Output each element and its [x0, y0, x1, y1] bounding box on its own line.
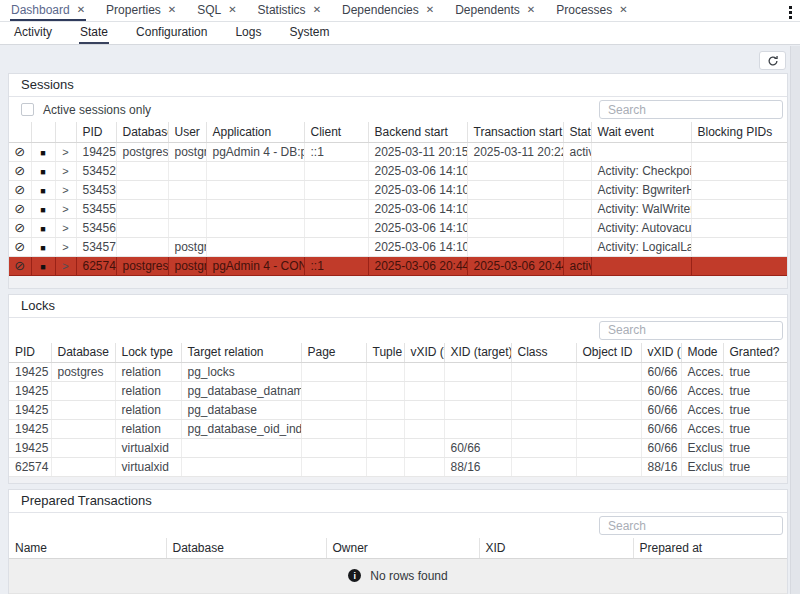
column-header[interactable]: Tuple: [366, 343, 404, 363]
refresh-button[interactable]: [759, 51, 786, 70]
column-header[interactable]: Backend start: [368, 122, 467, 142]
column-header[interactable]: Target relation: [181, 343, 301, 363]
expand-row-icon-cell[interactable]: >: [55, 180, 76, 199]
column-header[interactable]: Name: [9, 538, 166, 558]
table-row[interactable]: ⊘■>19425postgrespostgr...pgAdmin 4 - DB:…: [9, 142, 787, 161]
table-row[interactable]: 19425postgresrelationpg_locks60/66Acces.…: [9, 363, 787, 382]
sessions-search-input[interactable]: [599, 100, 783, 119]
checkbox-box[interactable]: [21, 103, 34, 116]
column-header[interactable]: Client: [304, 122, 368, 142]
column-header[interactable]: Prepared at: [633, 538, 787, 558]
table-row[interactable]: 19425relationpg_database_datname_ind...6…: [9, 382, 787, 401]
table-row[interactable]: ⊘■>534532025-03-06 14:10:11 ...Activity:…: [9, 180, 787, 199]
terminate-session-icon[interactable]: ⊘: [14, 201, 25, 216]
expand-row-icon[interactable]: >: [62, 203, 68, 215]
subtab-logs[interactable]: Logs: [234, 22, 262, 44]
column-header[interactable]: Transaction start: [467, 122, 563, 142]
expand-row-icon[interactable]: >: [62, 222, 68, 234]
close-icon[interactable]: ✕: [168, 5, 176, 15]
expand-row-icon[interactable]: >: [62, 184, 68, 196]
close-icon[interactable]: ✕: [426, 5, 434, 15]
table-row[interactable]: ⊘■>62574postgrespostgr...pgAdmin 4 - CON…: [9, 256, 787, 275]
locks-search-input[interactable]: [599, 321, 783, 340]
subtab-configuration[interactable]: Configuration: [135, 22, 208, 44]
cancel-query-icon[interactable]: ■: [40, 262, 45, 272]
close-icon[interactable]: ✕: [228, 5, 236, 15]
active-sessions-only-checkbox[interactable]: Active sessions only: [21, 103, 151, 117]
table-row[interactable]: 19425relationpg_database_oid_index60/66A…: [9, 420, 787, 439]
expand-row-icon[interactable]: >: [62, 260, 68, 272]
terminate-session-icon-cell[interactable]: ⊘: [9, 237, 31, 256]
column-header[interactable]: Class: [511, 343, 576, 363]
column-header[interactable]: PID: [76, 122, 116, 142]
close-icon[interactable]: ✕: [619, 5, 627, 15]
expand-row-icon[interactable]: >: [62, 146, 68, 158]
cancel-query-icon-cell[interactable]: ■: [31, 142, 55, 161]
terminate-session-icon-cell[interactable]: ⊘: [9, 161, 31, 180]
tab-dependencies[interactable]: Dependencies✕: [341, 0, 435, 21]
terminate-session-icon[interactable]: ⊘: [14, 258, 25, 273]
cancel-query-icon[interactable]: ■: [40, 186, 45, 196]
column-header[interactable]: vXID (t...: [404, 343, 444, 363]
expand-row-icon-cell[interactable]: >: [55, 256, 76, 275]
column-header[interactable]: Object ID: [576, 343, 641, 363]
terminate-session-icon-cell[interactable]: ⊘: [9, 256, 31, 275]
close-icon[interactable]: ✕: [527, 5, 535, 15]
tab-sql[interactable]: SQL✕: [196, 0, 237, 21]
tab-dashboard[interactable]: Dashboard✕: [10, 0, 86, 21]
close-icon[interactable]: ✕: [77, 5, 85, 15]
cancel-query-icon-cell[interactable]: ■: [31, 199, 55, 218]
prepared-transactions-search-input[interactable]: [599, 516, 783, 535]
table-row[interactable]: ⊘■>534562025-03-06 14:10:11 ...Activity:…: [9, 218, 787, 237]
terminate-session-icon-cell[interactable]: ⊘: [9, 142, 31, 161]
column-header[interactable]: State: [563, 122, 591, 142]
column-header[interactable]: Database: [166, 538, 326, 558]
cancel-query-icon[interactable]: ■: [40, 205, 45, 215]
table-row[interactable]: 19425relationpg_database60/66Acces...tru…: [9, 401, 787, 420]
table-row[interactable]: ⊘■>534552025-03-06 14:10:11 ...Activity:…: [9, 199, 787, 218]
cancel-query-icon-cell[interactable]: ■: [31, 161, 55, 180]
column-header[interactable]: Wait event: [591, 122, 691, 142]
close-icon[interactable]: ✕: [313, 5, 321, 15]
column-header[interactable]: Granted?: [723, 343, 787, 363]
column-header[interactable]: User: [168, 122, 206, 142]
expand-row-icon[interactable]: >: [62, 165, 68, 177]
table-row[interactable]: ⊘■>53457postgr...2025-03-06 14:10:11 ...…: [9, 237, 787, 256]
column-header[interactable]: XID: [479, 538, 633, 558]
table-row[interactable]: 62574virtualxid88/1688/16Exclusi...true: [9, 458, 787, 477]
column-header[interactable]: Blocking PIDs: [691, 122, 787, 142]
window-scrollbar[interactable]: [790, 46, 800, 594]
subtab-state[interactable]: State: [79, 22, 109, 44]
column-header[interactable]: Page: [301, 343, 366, 363]
subtab-system[interactable]: System: [288, 22, 330, 44]
expand-row-icon[interactable]: >: [62, 241, 68, 253]
cancel-query-icon[interactable]: ■: [40, 148, 45, 158]
cancel-query-icon[interactable]: ■: [40, 243, 45, 253]
terminate-session-icon-cell[interactable]: ⊘: [9, 180, 31, 199]
column-header[interactable]: XID (target): [444, 343, 511, 363]
terminate-session-icon[interactable]: ⊘: [14, 220, 25, 235]
column-header[interactable]: Owner: [326, 538, 479, 558]
terminate-session-icon[interactable]: ⊘: [14, 144, 25, 159]
terminate-session-icon-cell[interactable]: ⊘: [9, 218, 31, 237]
column-header[interactable]: vXID (...: [641, 343, 681, 363]
terminate-session-icon[interactable]: ⊘: [14, 182, 25, 197]
expand-row-icon-cell[interactable]: >: [55, 161, 76, 180]
table-row[interactable]: 19425virtualxid60/6660/66Exclusi...true: [9, 439, 787, 458]
expand-row-icon-cell[interactable]: >: [55, 142, 76, 161]
cancel-query-icon-cell[interactable]: ■: [31, 218, 55, 237]
column-header[interactable]: Lock type: [115, 343, 181, 363]
column-header[interactable]: Database: [51, 343, 115, 363]
expand-row-icon-cell[interactable]: >: [55, 199, 76, 218]
expand-row-icon-cell[interactable]: >: [55, 237, 76, 256]
terminate-session-icon[interactable]: ⊘: [14, 239, 25, 254]
expand-row-icon-cell[interactable]: >: [55, 218, 76, 237]
terminate-session-icon-cell[interactable]: ⊘: [9, 199, 31, 218]
tab-statistics[interactable]: Statistics✕: [257, 0, 322, 21]
column-header[interactable]: Database: [116, 122, 168, 142]
column-header[interactable]: PID: [9, 343, 51, 363]
tab-processes[interactable]: Processes✕: [555, 0, 628, 21]
tab-dependents[interactable]: Dependents✕: [454, 0, 536, 21]
cancel-query-icon-cell[interactable]: ■: [31, 256, 55, 275]
cancel-query-icon-cell[interactable]: ■: [31, 237, 55, 256]
